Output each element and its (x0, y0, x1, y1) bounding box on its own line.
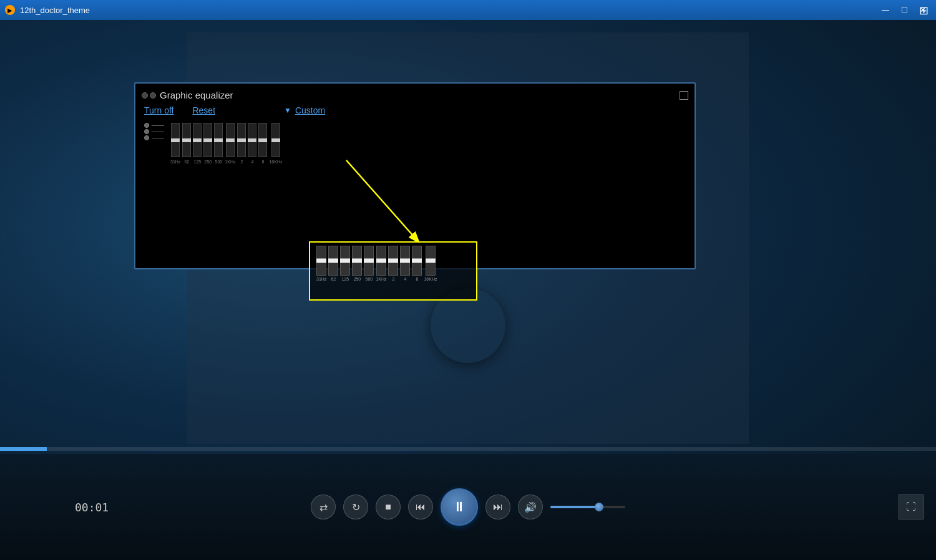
ann-band-handle-5[interactable] (376, 259, 386, 263)
eq-band-handle-7[interactable] (248, 138, 256, 142)
ann-band-track-5[interactable] (376, 246, 386, 276)
reset-link[interactable]: Reset (192, 105, 215, 115)
annotation-sliders: 31Hz 62 125 250 (314, 246, 472, 284)
eq-preamp (144, 123, 164, 140)
controls-center: ⇄ ↻ ■ ⏮ ⏸ ⏭ 🔊 (311, 488, 625, 526)
eq-band-0: 31Hz (170, 123, 180, 164)
eq-band-handle-8[interactable] (258, 138, 267, 142)
prev-button[interactable]: ⏮ (408, 495, 433, 519)
preamp-line-3 (152, 138, 164, 138)
ann-band-4: 500 (364, 246, 374, 281)
ann-band-handle-4[interactable] (364, 259, 374, 263)
preamp-dot-2[interactable] (144, 129, 149, 134)
volume-button[interactable]: 🔊 (518, 495, 543, 519)
shuffle-button[interactable]: ⇄ (311, 495, 336, 519)
eq-title: Graphic equalizer (160, 90, 233, 100)
ann-band-handle-2[interactable] (340, 259, 350, 263)
preamp-dot-1[interactable] (144, 123, 149, 128)
fullscreen-button[interactable]: ⛶ (899, 495, 924, 519)
eq-band-handle-2[interactable] (193, 138, 202, 142)
eq-sliders-area: 31Hz 62 125 (142, 123, 688, 164)
preamp-line-2 (152, 132, 164, 132)
eq-band-handle-6[interactable] (237, 138, 246, 142)
maximize-button[interactable]: ☐ (896, 4, 912, 16)
eq-band-track-5[interactable] (226, 123, 235, 157)
ann-band-handle-7[interactable] (400, 259, 410, 263)
eq-band-label-9: 16KHz (269, 160, 282, 164)
ann-band-track-8[interactable] (412, 246, 422, 276)
ann-band-handle-9[interactable] (426, 259, 436, 263)
eq-maximize-button[interactable] (680, 91, 688, 100)
ann-band-track-6[interactable] (388, 246, 398, 276)
ann-band-label-4: 500 (366, 277, 373, 281)
eq-dot-1 (142, 92, 148, 99)
preset-arrow-icon: ▼ (284, 106, 291, 115)
ann-band-handle-1[interactable] (328, 259, 338, 263)
time-display: 00:01 (75, 501, 109, 514)
ann-band-8: 8 (412, 246, 422, 281)
ann-band-handle-6[interactable] (388, 259, 398, 263)
ann-band-track-1[interactable] (328, 246, 338, 276)
eq-band-track-3[interactable] (203, 123, 212, 157)
ann-band-label-0: 31Hz (316, 277, 326, 281)
repeat-button[interactable]: ↻ (343, 495, 368, 519)
eq-band-track-7[interactable] (248, 123, 256, 157)
eq-band-handle-9[interactable] (271, 138, 280, 142)
preset-label[interactable]: Custom (295, 105, 325, 115)
ann-band-track-3[interactable] (352, 246, 362, 276)
app-icon: ▶ (5, 5, 15, 15)
eq-band-handle-0[interactable] (171, 138, 180, 142)
ann-band-handle-0[interactable] (316, 259, 326, 263)
ann-band-track-4[interactable] (364, 246, 374, 276)
eq-band-1: 62 (182, 123, 191, 164)
eq-band-track-1[interactable] (182, 123, 191, 157)
turn-off-link[interactable]: Turn off (144, 105, 173, 115)
stop-button[interactable]: ■ (376, 495, 401, 519)
volume-fill (550, 506, 599, 508)
eq-band-label-6: 2 (241, 160, 243, 164)
ann-band-0: 31Hz (316, 246, 326, 281)
next-button[interactable]: ⏭ (485, 495, 510, 519)
eq-band-label-4: 500 (215, 160, 223, 164)
eq-band-label-7: 4 (251, 160, 254, 164)
ann-band-label-5: 1KHz (376, 277, 386, 281)
progress-bar-area[interactable] (0, 447, 936, 451)
eq-band-handle-5[interactable] (226, 138, 235, 142)
eq-band-track-6[interactable] (237, 123, 246, 157)
progress-fill (0, 447, 47, 451)
ann-band-track-2[interactable] (340, 246, 350, 276)
volume-slider[interactable] (550, 506, 625, 508)
eq-band-label-1: 62 (184, 160, 189, 164)
eq-band-label-2: 125 (194, 160, 202, 164)
ann-band-handle-3[interactable] (352, 259, 362, 263)
eq-band-handle-4[interactable] (214, 138, 223, 142)
eq-band-3: 250 (203, 123, 212, 164)
app-icon-topright: ⊞ (919, 4, 929, 17)
eq-band-track-2[interactable] (193, 123, 202, 157)
minimize-button[interactable]: — (877, 4, 894, 16)
eq-band-track-8[interactable] (258, 123, 267, 157)
eq-preset-selector[interactable]: ▼ Custom (284, 105, 325, 115)
eq-band-handle-1[interactable] (182, 138, 191, 142)
ann-band-track-9[interactable] (426, 246, 436, 276)
eq-band-label-5: 1KHz (225, 160, 235, 164)
eq-band-track-9[interactable] (271, 123, 280, 157)
eq-band-4: 500 (214, 123, 223, 164)
eq-band-8: 8 (258, 123, 267, 164)
volume-handle[interactable] (595, 503, 603, 511)
ann-band-track-0[interactable] (316, 246, 326, 276)
ann-band-handle-8[interactable] (412, 259, 422, 263)
eq-band-track-0[interactable] (171, 123, 180, 157)
eq-controls: Turn off Reset ▼ Custom (142, 105, 688, 115)
ann-band-7: 4 (400, 246, 410, 281)
ann-band-6: 2 (388, 246, 398, 281)
eq-band-5: 1KHz (225, 123, 235, 164)
preamp-dot-3[interactable] (144, 135, 149, 140)
play-pause-button[interactable]: ⏸ (441, 488, 478, 526)
eq-band-9: 16KHz (269, 123, 282, 164)
eq-band-handle-3[interactable] (203, 138, 212, 142)
eq-band-track-4[interactable] (214, 123, 223, 157)
ann-band-track-7[interactable] (400, 246, 410, 276)
eq-band-2: 125 (193, 123, 202, 164)
preamp-row-2 (144, 129, 164, 134)
